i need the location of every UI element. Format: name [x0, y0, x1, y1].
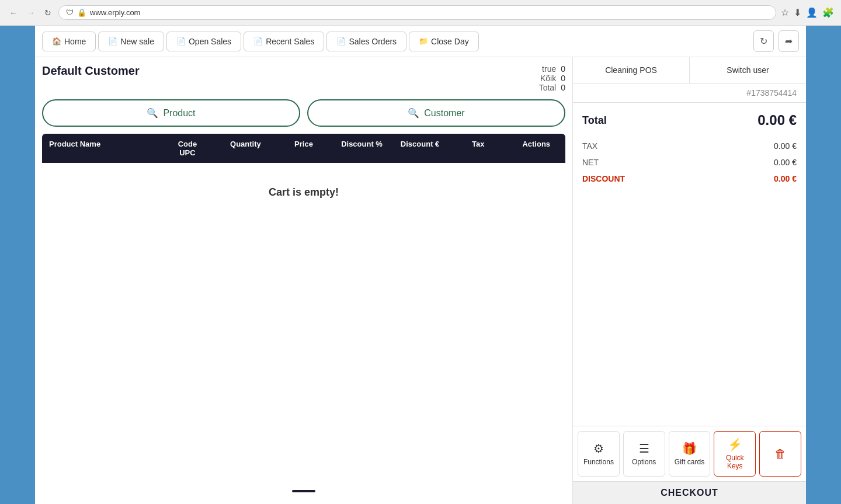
tab-open-sales[interactable]: 📄 Open Sales — [166, 32, 241, 51]
pocket-icon[interactable]: ⬇ — [794, 7, 801, 18]
tab-home-label: Home — [64, 37, 86, 46]
doc-icon-2: 📄 — [176, 37, 186, 46]
doc-icon-3: 📄 — [253, 37, 263, 46]
col-quantity: Quantity — [217, 134, 275, 163]
app-container: 🏠 Home 📄 New sale 📄 Open Sales 📄 Recent … — [35, 26, 806, 504]
stats-koik-value: 0 — [561, 74, 565, 83]
tax-value: 0.00 € — [774, 141, 797, 151]
tab-recent-sales[interactable]: 📄 Recent Sales — [244, 32, 324, 51]
profile-icon[interactable]: 👤 — [806, 7, 818, 18]
discount-row: DISCOUNT 0.00 € — [582, 171, 797, 187]
checkout-button[interactable]: CHECKOUT — [573, 481, 806, 504]
col-discount-eur: Discount € — [391, 134, 449, 163]
pos-panel: Default Customer true 0 Kõik 0 Total 0 — [35, 57, 572, 504]
search-product-button[interactable]: 🔍 Product — [42, 99, 300, 127]
refresh-button[interactable]: ↻ — [753, 30, 774, 52]
discount-label: DISCOUNT — [582, 174, 625, 183]
quick-keys-label: Quick Keys — [718, 454, 752, 470]
cart-table: Product Name CodeUPC Quantity Price Disc… — [42, 134, 565, 485]
net-value: 0.00 € — [774, 158, 797, 167]
col-discount-pct: Discount % — [333, 134, 391, 163]
tab-close-day[interactable]: 📁 Close Day — [409, 32, 479, 51]
back-button[interactable]: ← — [7, 6, 20, 20]
stats-koik-row: Kõik 0 — [539, 74, 565, 83]
totals-section: Total 0.00 € TAX 0.00 € NET 0.00 € DISCO… — [573, 103, 806, 426]
totals-main: Total 0.00 € — [582, 112, 797, 128]
doc-icon-4: 📄 — [336, 37, 346, 46]
bottom-indicator — [292, 490, 315, 492]
address-bar[interactable]: 🛡 🔒 www.erply.com — [58, 5, 776, 20]
top-nav: 🏠 Home 📄 New sale 📄 Open Sales 📄 Recent … — [35, 26, 806, 57]
gift-card-icon: 🎁 — [682, 442, 697, 456]
col-code-upc: CodeUPC — [158, 134, 217, 163]
url-text: www.erply.com — [90, 8, 140, 17]
security-icon: 🛡 — [66, 8, 74, 17]
exit-button[interactable]: ➦ — [779, 30, 799, 52]
lock-icon: 🔒 — [77, 8, 86, 17]
home-icon: 🏠 — [52, 37, 61, 46]
stats-true-row: true 0 — [539, 64, 565, 74]
col-tax: Tax — [449, 134, 508, 163]
doc-icon: 📄 — [108, 37, 117, 46]
cleaning-pos-button[interactable]: Cleaning POS — [573, 57, 690, 83]
stats-total-value: 0 — [561, 83, 565, 92]
search-customer-icon: 🔍 — [408, 107, 419, 119]
tax-label: TAX — [582, 141, 597, 151]
functions-icon: ⚙ — [593, 442, 604, 456]
options-button[interactable]: ☰ Options — [623, 431, 665, 477]
customer-name: Default Customer — [42, 64, 140, 78]
search-customer-button[interactable]: 🔍 Customer — [307, 99, 565, 127]
stats-true-label: true — [542, 64, 556, 74]
functions-label: Functions — [583, 458, 614, 466]
quick-keys-icon: ⚡ — [728, 437, 742, 451]
bottom-actions: ⚙ Functions ☰ Options 🎁 Gift cards ⚡ Qui… — [573, 426, 806, 481]
right-panel: Cleaning POS Switch user #1738754414 Tot… — [572, 57, 806, 504]
browser-toolbar: ☆ ⬇ 👤 🧩 — [781, 7, 834, 18]
net-label: NET — [582, 158, 599, 167]
tab-new-sale[interactable]: 📄 New sale — [98, 32, 164, 51]
extensions-icon[interactable]: 🧩 — [822, 7, 834, 18]
tab-new-sale-label: New sale — [120, 37, 154, 46]
col-product-name: Product Name — [42, 134, 158, 163]
order-number: #1738754414 — [573, 84, 806, 103]
search-row: 🔍 Product 🔍 Customer — [42, 99, 565, 127]
search-customer-label: Customer — [424, 108, 464, 119]
search-product-icon: 🔍 — [147, 107, 158, 119]
gift-cards-button[interactable]: 🎁 Gift cards — [669, 431, 711, 477]
cart-empty-message: Cart is empty! — [42, 163, 565, 222]
stats-koik-label: Kõik — [540, 74, 556, 83]
net-row: NET 0.00 € — [582, 154, 797, 171]
switch-user-button[interactable]: Switch user — [690, 57, 806, 83]
functions-button[interactable]: ⚙ Functions — [578, 431, 620, 477]
tab-sales-orders-label: Sales Orders — [349, 37, 397, 46]
options-icon: ☰ — [639, 442, 649, 456]
cart-table-header: Product Name CodeUPC Quantity Price Disc… — [42, 134, 565, 163]
discount-value: 0.00 € — [774, 174, 797, 183]
main-content: Default Customer true 0 Kõik 0 Total 0 — [35, 57, 806, 504]
forward-button[interactable]: → — [25, 6, 37, 20]
tab-open-sales-label: Open Sales — [189, 37, 231, 46]
tab-sales-orders[interactable]: 📄 Sales Orders — [326, 32, 406, 51]
tab-home[interactable]: 🏠 Home — [42, 32, 96, 51]
options-label: Options — [632, 458, 656, 466]
reload-button[interactable]: ↻ — [42, 6, 54, 20]
tab-recent-sales-label: Recent Sales — [266, 37, 314, 46]
folder-icon: 📁 — [419, 37, 428, 46]
tab-close-day-label: Close Day — [431, 37, 469, 46]
browser-chrome: ← → ↻ 🛡 🔒 www.erply.com ☆ ⬇ 👤 🧩 — [0, 0, 841, 26]
quick-keys-button[interactable]: ⚡ Quick Keys — [714, 431, 756, 477]
delete-button[interactable]: 🗑 — [759, 431, 801, 477]
right-top-btns: Cleaning POS Switch user — [573, 57, 806, 84]
stats-total-label: Total — [539, 83, 557, 92]
col-price: Price — [274, 134, 333, 163]
total-value: 0.00 € — [757, 112, 797, 128]
tax-row: TAX 0.00 € — [582, 138, 797, 154]
pos-stats: true 0 Kõik 0 Total 0 — [539, 64, 565, 92]
pos-header: Default Customer true 0 Kõik 0 Total 0 — [42, 64, 565, 92]
bookmark-icon[interactable]: ☆ — [781, 7, 789, 18]
total-label: Total — [582, 114, 607, 127]
stats-total-row: Total 0 — [539, 83, 565, 92]
search-product-label: Product — [163, 108, 195, 119]
col-actions: Actions — [507, 134, 565, 163]
trash-icon: 🗑 — [774, 447, 786, 461]
